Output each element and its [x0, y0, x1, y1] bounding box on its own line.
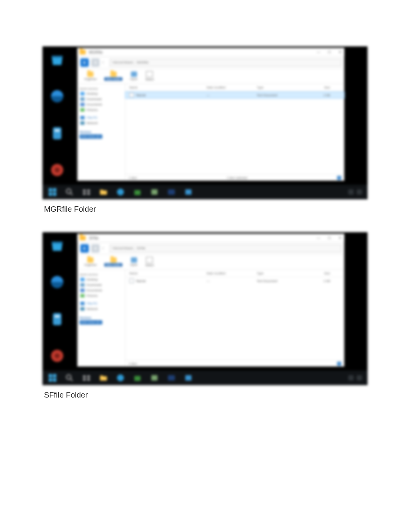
new-button[interactable]: New folder	[104, 257, 122, 267]
col-type[interactable]: Type	[257, 86, 303, 89]
browser-icon[interactable]	[46, 272, 68, 293]
utility-icon[interactable]	[46, 122, 68, 144]
col-name[interactable]: Name	[129, 272, 207, 275]
window-controls: — ☐ ✕	[317, 50, 342, 54]
svg-rect-37	[185, 375, 191, 381]
maximize-button[interactable]: ☐	[327, 236, 331, 240]
nav-documents[interactable]: Documents	[80, 102, 123, 107]
nav-devices-group: Devices DVD Drive (D:)	[80, 316, 123, 325]
task-view-icon[interactable]	[79, 372, 94, 384]
recycle-bin-icon[interactable]	[46, 49, 68, 70]
nav-network[interactable]: Network	[80, 121, 123, 125]
nav-pictures[interactable]: Pictures	[80, 294, 123, 298]
svg-rect-21	[55, 315, 60, 317]
organize-button[interactable]: Organize	[84, 257, 97, 267]
utility-icon[interactable]	[46, 308, 68, 330]
browser-icon[interactable]	[46, 86, 68, 107]
col-size[interactable]: Size	[303, 86, 330, 89]
view-toggle-icon[interactable]	[337, 176, 341, 180]
app-icon[interactable]	[181, 372, 196, 384]
task-view-icon[interactable]	[79, 186, 94, 198]
status-selected: 1 item selected	[227, 176, 247, 180]
file-row[interactable]: Test.txt — Text Document 1 KB	[125, 278, 344, 284]
close-button[interactable]: ✕	[338, 236, 342, 240]
open-button[interactable]: Open	[130, 257, 138, 267]
address-path[interactable]: \\Server\Share\... \SFfile	[110, 245, 341, 252]
store-icon[interactable]	[130, 186, 145, 198]
nav-back-button[interactable]	[80, 58, 89, 67]
file-explorer-icon[interactable]	[96, 372, 111, 384]
nav-back-button[interactable]	[80, 244, 89, 253]
store-icon[interactable]	[130, 372, 145, 384]
tray-icon[interactable]	[357, 375, 362, 381]
status-item-count: 1 item	[129, 176, 137, 180]
nav-downloads[interactable]: Downloads	[80, 283, 123, 287]
nav-drive[interactable]: DVD Drive (D:)	[80, 134, 102, 139]
powershell-icon[interactable]	[164, 372, 179, 384]
select-icon	[146, 257, 153, 263]
start-icon[interactable]	[45, 186, 60, 198]
organize-button[interactable]: Organize	[84, 71, 97, 81]
tray-icon[interactable]	[348, 189, 354, 195]
select-button[interactable]: Select	[145, 71, 154, 81]
status-item-count: 1 item	[129, 362, 137, 365]
address-path[interactable]: \\Server\Share\... \MGRfile	[110, 59, 341, 66]
tray-icon[interactable]	[357, 189, 362, 195]
edge-icon[interactable]	[113, 186, 128, 198]
search-icon[interactable]	[62, 372, 77, 384]
edge-icon[interactable]	[113, 372, 128, 384]
powershell-icon[interactable]	[164, 186, 179, 198]
search-icon[interactable]	[62, 186, 77, 198]
folder-icon	[80, 50, 86, 54]
tray-icon[interactable]	[348, 375, 354, 381]
nav-forward-button[interactable]	[91, 58, 100, 67]
start-icon[interactable]	[45, 372, 60, 384]
nav-this-pc[interactable]: This PC	[80, 301, 123, 306]
media-icon[interactable]	[46, 160, 68, 181]
app-icon[interactable]	[181, 186, 196, 198]
file-size: 1 KB	[303, 279, 330, 283]
status-bar: 1 item	[125, 360, 344, 367]
nav-drive[interactable]: DVD Drive (D:)	[80, 320, 102, 325]
file-explorer-icon[interactable]	[96, 186, 111, 198]
close-button[interactable]: ✕	[338, 50, 342, 54]
nav-devices-title: Devices	[80, 130, 123, 134]
col-type[interactable]: Type	[257, 272, 303, 275]
minimize-button[interactable]: —	[317, 236, 320, 240]
svg-rect-36	[168, 375, 175, 381]
file-row[interactable]: Test.txt — Text Document 1 KB	[125, 92, 344, 98]
server-manager-icon[interactable]	[147, 186, 162, 198]
nav-this-pc[interactable]: This PC	[80, 116, 123, 120]
open-icon	[131, 257, 137, 263]
minimize-button[interactable]: —	[317, 50, 320, 54]
maximize-button[interactable]: ☐	[327, 50, 331, 54]
view-toggle-icon[interactable]	[337, 362, 341, 366]
media-icon[interactable]	[46, 345, 68, 367]
nav-documents[interactable]: Documents	[80, 288, 123, 292]
system-tray[interactable]	[348, 375, 365, 381]
svg-rect-30	[87, 376, 90, 377]
col-date[interactable]: Date modified	[207, 272, 257, 275]
open-button[interactable]: Open	[130, 71, 138, 81]
col-name[interactable]: Name	[129, 86, 207, 89]
download-icon	[80, 283, 85, 287]
nav-up-button[interactable]: ↑	[102, 246, 107, 251]
col-date[interactable]: Date modified	[207, 86, 257, 89]
recycle-bin-icon[interactable]	[46, 235, 68, 256]
svg-rect-10	[83, 190, 86, 192]
nav-desktop[interactable]: Desktop	[80, 277, 123, 282]
window-title: MGRfile	[89, 50, 317, 54]
figure-caption-1: MGRfile Folder	[44, 205, 368, 214]
server-manager-icon[interactable]	[147, 372, 162, 384]
nav-downloads[interactable]: Downloads	[80, 97, 123, 101]
system-tray[interactable]	[348, 189, 365, 195]
nav-network[interactable]: Network	[80, 307, 123, 311]
col-size[interactable]: Size	[303, 272, 330, 275]
nav-pictures[interactable]: Pictures	[80, 108, 123, 112]
new-button[interactable]: New folder	[104, 71, 122, 81]
select-button[interactable]: Select	[145, 257, 154, 267]
taskbar	[42, 371, 368, 385]
nav-desktop[interactable]: Desktop	[80, 92, 123, 96]
nav-forward-button[interactable]	[91, 244, 100, 253]
nav-up-button[interactable]: ↑	[102, 60, 107, 65]
